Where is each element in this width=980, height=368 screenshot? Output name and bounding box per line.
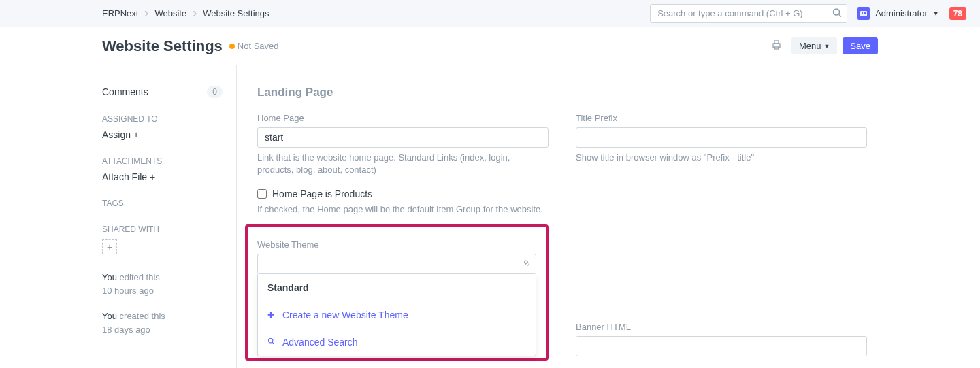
comments-count-badge: 0 [207,86,223,98]
topbar-right: Administrator ▼ 78 [650,4,966,23]
history-item: You created this 18 days ago [102,310,223,336]
title-prefix-label: Title Prefix [576,113,867,123]
history-when: 18 days ago [102,324,150,335]
website-theme-input[interactable] [257,254,536,274]
user-name: Administrator [875,8,928,18]
home-page-help: Link that is the website home page. Stan… [257,152,549,176]
menu-button-label: Menu [799,41,821,51]
sidebar-assigned-heading: ASSIGNED TO [102,114,223,124]
print-button[interactable] [767,37,786,55]
breadcrumb: ERPNext Website Website Settings [102,8,270,18]
website-theme-label: Website Theme [248,239,546,250]
breadcrumb-link-current[interactable]: Website Settings [203,8,269,18]
website-theme-dropdown: Standard ✚ Create a new Website Theme Ad… [257,274,536,356]
history-when: 10 hours ago [102,286,154,296]
svg-rect-4 [864,12,866,14]
svg-line-1 [839,14,842,17]
save-button[interactable]: Save [843,37,878,54]
notification-badge[interactable]: 78 [949,7,966,20]
history-item: You edited this 10 hours ago [102,271,223,297]
search-box [650,4,847,23]
home-is-products-checkbox[interactable] [257,189,267,199]
topbar: ERPNext Website Website Settings Adminis… [0,0,980,27]
svg-line-9 [272,342,274,344]
sidebar-shared-heading: SHARED WITH [102,224,223,234]
home-is-products-label: Home Page is Products [272,188,372,199]
plus-icon: ✚ [267,310,276,320]
status-text: Not Saved [238,41,279,51]
add-shared-button[interactable]: + [102,239,117,254]
dropdown-create-new[interactable]: ✚ Create a new Website Theme [258,301,536,329]
svg-rect-3 [862,12,863,14]
page-actions: Menu ▼ Save [767,37,878,55]
svg-rect-6 [774,41,779,44]
home-page-input[interactable] [257,127,549,148]
sidebar: Comments 0 ASSIGNED TO Assign + ATTACHME… [102,65,237,368]
attach-file-button[interactable]: Attach File + [102,171,223,182]
status-dot-icon [229,44,235,49]
chevron-right-icon [192,8,197,18]
link-icon[interactable] [523,258,531,269]
avatar [858,7,870,20]
svg-rect-2 [860,11,867,16]
chevron-right-icon [144,8,149,18]
dropdown-advanced-search[interactable]: Advanced Search [258,329,536,356]
sidebar-tags-heading: TAGS [102,199,223,208]
history-who: You [102,311,117,321]
caret-down-icon: ▼ [933,10,939,17]
breadcrumb-link-erpnext[interactable]: ERPNext [102,8,138,18]
section-title: Landing Page [257,86,878,99]
user-menu[interactable]: Administrator ▼ [858,7,939,20]
main-form: Landing Page Home Page Link that is the … [237,65,878,368]
sidebar-attachments-heading: ATTACHMENTS [102,156,223,166]
menu-button[interactable]: Menu ▼ [791,37,837,54]
banner-html-label: Banner HTML [576,322,867,332]
dropdown-create-label: Create a new Website Theme [282,310,408,320]
print-icon [771,39,782,50]
caret-down-icon: ▼ [823,43,830,50]
search-icon[interactable] [832,7,842,19]
page-title: Website Settings [102,37,223,55]
search-icon [267,337,276,347]
history-who: You [102,272,117,282]
dropdown-option-standard[interactable]: Standard [258,274,536,301]
assign-button[interactable]: Assign + [102,129,223,140]
title-prefix-input[interactable] [576,127,867,148]
banner-html-input[interactable] [576,336,867,356]
page-body: Comments 0 ASSIGNED TO Assign + ATTACHME… [0,65,980,368]
page-header: Website Settings Not Saved Menu ▼ Save [0,27,980,65]
svg-point-8 [269,338,273,342]
svg-point-0 [834,9,840,15]
search-input[interactable] [650,4,847,23]
history-action: created this [120,311,165,321]
sidebar-comments-label[interactable]: Comments [102,86,148,97]
dropdown-advanced-label: Advanced Search [282,337,358,348]
breadcrumb-link-website[interactable]: Website [154,8,186,18]
home-page-label: Home Page [257,113,549,123]
title-prefix-help: Show title in browser window as "Prefix … [576,152,867,164]
home-is-products-help: If checked, the Home page will be the de… [257,203,549,216]
history-action: edited this [120,272,160,282]
website-theme-highlight: Website Theme Standard ✚ Create a new We… [245,224,549,361]
